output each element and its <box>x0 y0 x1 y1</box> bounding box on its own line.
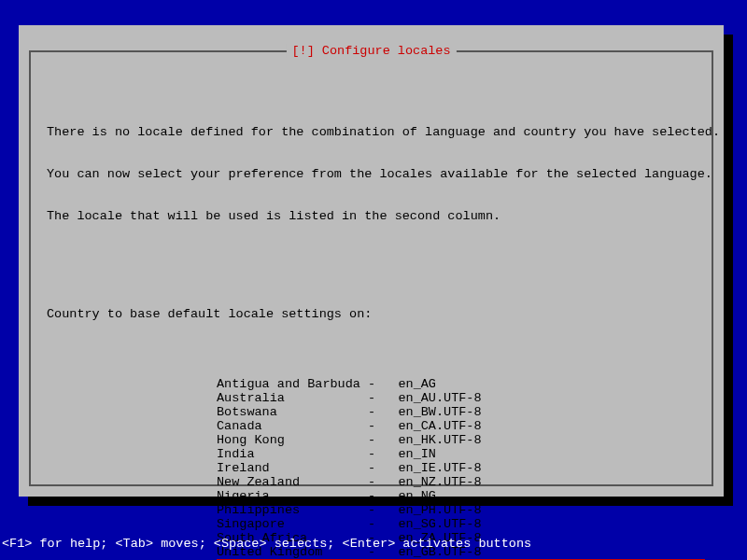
locale-option[interactable]: Philippines - en_PH.UTF-8 <box>217 503 705 517</box>
locale-option[interactable]: Ireland - en_IE.UTF-8 <box>217 461 705 475</box>
locale-list[interactable]: Antigua and Barbuda - en_AGAustralia - e… <box>217 377 705 560</box>
dialog-content: There is no locale defined for the combi… <box>47 69 705 560</box>
configure-locales-dialog: [!] Configure locales There is no locale… <box>19 25 724 497</box>
description-line: You can now select your preference from … <box>47 167 705 181</box>
description-line: There is no locale defined for the combi… <box>47 125 705 139</box>
locale-option[interactable]: Hong Kong - en_HK.UTF-8 <box>217 433 705 447</box>
dialog-prompt: Country to base default locale settings … <box>47 307 705 321</box>
footer-hint: <F1> for help; <Tab> moves; <Space> sele… <box>2 537 531 551</box>
locale-option[interactable]: Australia - en_AU.UTF-8 <box>217 391 705 405</box>
locale-option[interactable]: Canada - en_CA.UTF-8 <box>217 419 705 433</box>
locale-option[interactable]: Singapore - en_SG.UTF-8 <box>217 517 705 531</box>
locale-option[interactable]: New Zealand - en_NZ.UTF-8 <box>217 475 705 489</box>
locale-option[interactable]: India - en_IN <box>217 447 705 461</box>
dialog-title: [!] Configure locales <box>286 44 456 58</box>
dialog-description: There is no locale defined for the combi… <box>47 97 705 251</box>
description-line: The locale that will be used is listed i… <box>47 209 705 223</box>
locale-option[interactable]: Antigua and Barbuda - en_AG <box>217 377 705 391</box>
locale-option[interactable]: Nigeria - en_NG <box>217 489 705 503</box>
locale-option[interactable]: Botswana - en_BW.UTF-8 <box>217 405 705 419</box>
